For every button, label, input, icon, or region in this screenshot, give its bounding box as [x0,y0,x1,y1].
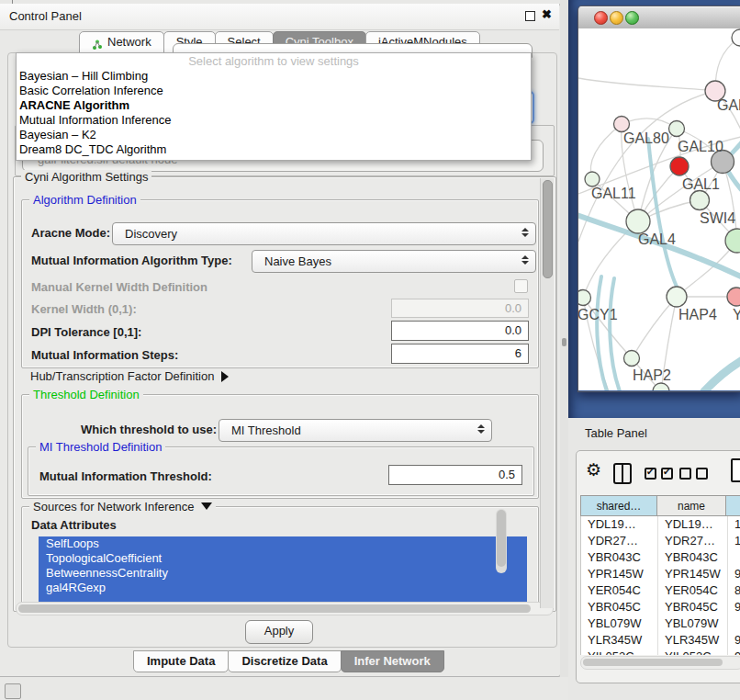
data-attribute-item[interactable]: SelfLoops [39,536,527,551]
table-cell: 13 [728,516,740,533]
column-header-shared[interactable]: shared… [580,495,657,516]
sources-group-title[interactable]: Sources for Network Inference [29,500,216,514]
settings-vertical-scrollbar[interactable] [540,178,554,608]
gear-icon[interactable]: ⚙ [586,459,601,480]
manual-kernel-checkbox[interactable] [514,279,528,293]
network-node[interactable] [732,29,740,46]
table-cell: YLR345W [658,632,728,649]
tab-network[interactable]: Network [79,31,164,53]
network-view-window[interactable]: GAL80GAL10GAL11GAL1SWI4GAL4GCY1HAP4YHAP2… [577,6,740,392]
table-panel-title: Table Panel [585,426,647,440]
table-header: shared… name [580,495,740,516]
table-cell: 9. [728,632,740,649]
attributes-scrollbar[interactable] [496,509,507,573]
minimize-traffic-light[interactable] [610,11,623,25]
table-body: YDL19…YDL19…13YDR27…YDR27…12YBR043CYBR04… [580,516,740,655]
table-row[interactable]: YBR045CYBR045C9. [581,599,740,615]
mi-type-label: Mutual Information Algorithm Type: [31,254,232,267]
which-threshold-combo[interactable]: MI Threshold [219,419,492,442]
data-attribute-item[interactable]: TopologicalCoefficient [39,551,527,566]
cyni-algorithm-settings-group: Cyni Algorithm Settings Algorithm Defini… [13,176,556,612]
table-row[interactable]: YBR043CYBR043C [581,549,740,566]
settings-horizontal-scrollbar[interactable] [16,602,554,615]
network-node[interactable] [667,287,687,307]
network-node[interactable] [727,288,740,306]
table-cell: YER054C [658,582,728,599]
table-cell: 8. [728,582,740,599]
column-header-third[interactable] [725,495,740,516]
algorithm-option[interactable]: Mutual Information Inference [17,113,531,128]
network-node[interactable] [626,209,650,233]
manual-kernel-label: Manual Kernel Width Definition [31,280,207,294]
table-panel: Table Panel ⚙ shared… name YDL19…YDL19…1… [568,418,740,700]
document-icon[interactable] [731,458,740,482]
control-panel-titlebar [0,4,559,30]
tab-impute-data[interactable]: Impute Data [133,650,229,672]
algorithm-option[interactable]: Bayesian – Hill Climbing [17,69,531,84]
column-header-name[interactable]: name [656,495,726,516]
algorithm-option[interactable]: Dream8 DC_TDC Algorithm [17,142,531,157]
network-node-label: GCY1 [578,307,618,322]
close-traffic-light[interactable] [594,11,608,25]
dpi-tolerance-field[interactable]: 0.0 [391,321,529,341]
network-edge-thick [597,277,607,390]
screen: Control Panel ✖ Network Style Select Cyn… [0,0,740,700]
network-node[interactable] [578,290,591,306]
network-node[interactable] [585,172,600,186]
hide-columns-icon[interactable] [679,468,708,480]
network-canvas[interactable]: GAL80GAL10GAL11GAL1SWI4GAL4GCY1HAP4YHAP2… [578,28,740,390]
data-attributes-label: Data Attributes [31,518,117,532]
table-row[interactable]: YBL079WYBL079W [581,615,740,632]
tab-discretize-data[interactable]: Discretize Data [228,650,341,672]
table-row[interactable]: YLR345WYLR345W9. [581,632,740,649]
network-node[interactable] [624,351,640,367]
table-cell: YDL19… [658,516,728,533]
close-icon[interactable]: ✖ [542,7,552,21]
data-attributes-list[interactable]: SelfLoopsTopologicalCoefficientBetweenne… [39,536,527,604]
network-node[interactable] [614,117,630,132]
network-node-label: HAP4 [678,307,717,322]
network-node[interactable] [690,191,710,210]
table-cell: YBR043C [658,549,728,566]
algorithm-option[interactable]: ARACNE Algorithm [17,98,531,113]
table-cell [728,549,740,566]
kernel-width-field[interactable]: 0.0 [391,299,529,318]
data-attribute-item[interactable]: gal4RGexp [39,581,527,595]
data-attribute-item[interactable]: BetweennessCentrality [39,566,527,581]
table-horizontal-scrollbar[interactable] [580,656,740,670]
network-window-titlebar[interactable] [578,6,740,29]
table-cell: YBR045C [658,599,728,615]
hub-definition-expander[interactable]: Hub/Transcription Factor Definition [30,369,229,383]
tab-infer-network[interactable]: Infer Network [341,650,444,672]
network-node[interactable] [669,121,685,137]
network-node-label: GAL1 [682,176,720,192]
split-columns-icon[interactable] [613,463,632,484]
zoom-traffic-light[interactable] [625,11,639,25]
algorithm-option[interactable]: Bayesian – K2 [17,128,531,142]
which-threshold-label: Which threshold to use: [81,423,217,436]
network-node-label: GAL4 [638,231,676,247]
apply-button[interactable]: Apply [245,620,313,644]
network-node[interactable] [725,229,740,253]
table-row[interactable]: YIL052CYIL052C9 [581,649,740,655]
splitter-handle[interactable] [562,338,566,346]
network-node[interactable] [670,157,689,175]
aracne-mode-combo[interactable]: Discovery [112,222,536,245]
show-checked-columns-icon[interactable] [645,468,673,480]
table-cell: YDR27… [581,533,658,549]
collapsed-panel-icon[interactable] [5,683,21,699]
table-cell: YER054C [581,582,658,599]
kernel-width-label: Kernel Width (0,1): [31,302,137,316]
mi-type-combo[interactable]: Naive Bayes [252,250,536,273]
table-row[interactable]: YER054CYER054C8. [581,582,740,599]
algorithm-option[interactable]: Basic Correlation Inference [17,84,531,98]
table-row[interactable]: YDR27…YDR27…12 [581,533,740,549]
table-row[interactable]: YPR145WYPR145W9. [581,566,740,582]
table-row[interactable]: YDL19…YDL19…13 [581,516,740,533]
table-cell: YBR043C [581,549,658,566]
mi-threshold-field[interactable]: 0.5 [388,465,522,485]
mi-steps-field[interactable]: 6 [391,344,529,364]
network-edge [632,297,677,358]
float-window-icon[interactable] [525,11,535,21]
table-panel-body: ⚙ shared… name YDL19…YDL19…13YDR27…YDR27… [576,450,740,683]
